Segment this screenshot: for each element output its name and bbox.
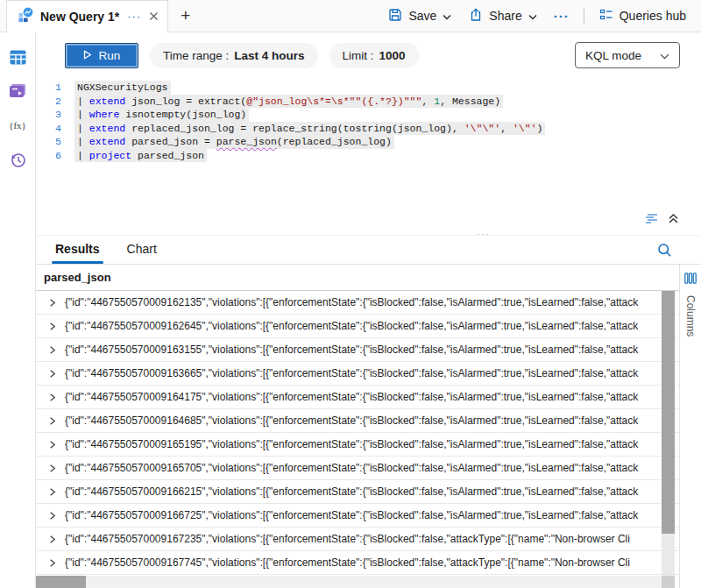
code-text: | extend json_log = extract(@"json_log\s… bbox=[74, 95, 503, 109]
queries-hub-label: Queries hub bbox=[620, 9, 686, 23]
expand-row-chevron-icon[interactable] bbox=[47, 416, 57, 426]
tab-results[interactable]: Results bbox=[53, 237, 102, 264]
expand-row-chevron-icon[interactable] bbox=[47, 393, 57, 402]
line-number: 1 bbox=[36, 81, 74, 95]
horizontal-scrollbar[interactable] bbox=[36, 576, 662, 588]
results-tab-strip: Results Chart bbox=[36, 236, 701, 265]
expand-row-chevron-icon[interactable] bbox=[47, 464, 57, 473]
share-chevron-down-icon bbox=[528, 9, 537, 23]
functions-icon[interactable]: {fx} bbox=[8, 116, 27, 135]
expand-row-chevron-icon[interactable] bbox=[47, 440, 57, 450]
query-mode-select[interactable]: KQL mode bbox=[575, 42, 680, 68]
functions-fx-glyph: {fx} bbox=[9, 120, 26, 131]
run-button[interactable]: Run bbox=[65, 43, 138, 68]
history-icon[interactable] bbox=[8, 150, 27, 169]
table-row[interactable]: {"id":"4467550570009162135","violations"… bbox=[36, 291, 679, 315]
table-row[interactable]: {"id":"4467550570009163155","violations"… bbox=[36, 338, 679, 362]
save-button[interactable]: Save bbox=[380, 4, 459, 29]
table-row[interactable]: {"id":"4467550570009165705","violations"… bbox=[36, 457, 679, 480]
vertical-scrollbar[interactable] bbox=[662, 291, 675, 576]
line-number: 5 bbox=[36, 135, 74, 149]
table-row[interactable]: {"id":"4467550570009166725","violations"… bbox=[36, 504, 679, 528]
table-row[interactable]: {"id":"4467550570009163665","violations"… bbox=[36, 362, 679, 386]
vertical-scrollbar-thumb[interactable] bbox=[662, 291, 675, 534]
tab-close-icon[interactable] bbox=[149, 11, 159, 21]
tab-more-icon[interactable]: ··· bbox=[125, 10, 143, 23]
line-number: 4 bbox=[36, 122, 74, 136]
share-icon bbox=[469, 8, 483, 25]
line-number: 6 bbox=[36, 149, 74, 163]
queries-hub-icon bbox=[599, 8, 613, 25]
scrollbar-corner bbox=[662, 576, 675, 588]
format-query-icon[interactable] bbox=[645, 213, 660, 224]
row-json-value: {"id":"4467550570009164685","violations"… bbox=[65, 414, 679, 427]
table-row[interactable]: {"id":"4467550570009167745","violations"… bbox=[36, 551, 679, 575]
expand-row-chevron-icon[interactable] bbox=[47, 369, 57, 379]
code-line[interactable]: 3| where isnotempty(json_log) bbox=[36, 108, 701, 122]
collapse-pane-icon[interactable] bbox=[668, 213, 679, 224]
kusto-logo-icon bbox=[18, 7, 34, 26]
row-json-value: {"id":"4467550570009164175","violations"… bbox=[65, 391, 679, 403]
expand-row-chevron-icon[interactable] bbox=[47, 535, 57, 544]
columns-panel-label: Columns bbox=[684, 295, 697, 337]
code-line[interactable]: 4| extend replaced_json_log = replace_st… bbox=[36, 122, 701, 136]
query-editor[interactable]: 1NGXSecurityLogs2| extend json_log = ext… bbox=[36, 74, 701, 162]
row-json-value: {"id":"4467550570009167745","violations"… bbox=[65, 556, 679, 569]
mode-chevron-down-icon bbox=[660, 49, 669, 62]
row-json-value: {"id":"4467550570009162645","violations"… bbox=[65, 320, 679, 332]
row-json-value: {"id":"4467550570009167235","violations"… bbox=[65, 533, 679, 545]
code-line[interactable]: 1NGXSecurityLogs bbox=[36, 81, 701, 95]
expand-row-chevron-icon[interactable] bbox=[47, 322, 57, 331]
more-commands-button[interactable]: ··· bbox=[547, 9, 577, 24]
expand-row-chevron-icon[interactable] bbox=[47, 345, 57, 355]
tab-new-query[interactable]: New Query 1* ··· bbox=[6, 0, 168, 32]
tab-chart[interactable]: Chart bbox=[125, 237, 159, 264]
horizontal-scrollbar-thumb[interactable] bbox=[36, 576, 86, 588]
code-text: | where isnotempty(json_log) bbox=[74, 108, 249, 122]
row-json-value: {"id":"4467550570009166215","violations"… bbox=[65, 485, 679, 498]
play-icon bbox=[83, 49, 92, 62]
table-row[interactable]: {"id":"4467550570009166215","violations"… bbox=[36, 480, 679, 504]
save-label: Save bbox=[408, 9, 436, 23]
tab-bar: New Query 1* ··· + Save Share bbox=[0, 0, 701, 32]
table-row[interactable]: {"id":"4467550570009164685","violations"… bbox=[36, 409, 679, 433]
run-label: Run bbox=[99, 49, 121, 62]
search-icon[interactable] bbox=[657, 243, 672, 258]
share-button[interactable]: Share bbox=[461, 4, 544, 29]
code-lines: 1NGXSecurityLogs2| extend json_log = ext… bbox=[36, 81, 701, 162]
limit-picker[interactable]: Limit : 1000 bbox=[329, 43, 419, 68]
grid-rows: {"id":"4467550570009162135","violations"… bbox=[36, 291, 679, 575]
code-line[interactable]: 5| extend parsed_json = parse_json(repla… bbox=[36, 135, 701, 149]
time-range-picker[interactable]: Time range : Last 4 hours bbox=[150, 43, 318, 68]
line-number: 2 bbox=[36, 95, 74, 109]
table-row[interactable]: {"id":"4467550570009167235","violations"… bbox=[36, 528, 679, 551]
save-icon bbox=[388, 8, 402, 25]
command-bar-divider bbox=[584, 7, 584, 25]
new-tab-button[interactable]: + bbox=[168, 0, 202, 32]
results-grid: parsed_json {"id":"4467550570009162135",… bbox=[36, 265, 679, 588]
code-text: NGXSecurityLogs bbox=[74, 81, 171, 95]
views-icon[interactable] bbox=[8, 81, 27, 101]
code-line[interactable]: 6| project parsed_json bbox=[36, 149, 701, 163]
tables-icon[interactable] bbox=[8, 47, 27, 67]
time-range-label: Time range : bbox=[163, 49, 229, 62]
row-json-value: {"id":"4467550570009163665","violations"… bbox=[65, 367, 679, 379]
columns-side-panel[interactable]: Columns bbox=[679, 265, 701, 588]
expand-row-chevron-icon[interactable] bbox=[47, 511, 57, 521]
table-row[interactable]: {"id":"4467550570009165195","violations"… bbox=[36, 433, 679, 457]
command-bar: Save Share ··· Queries hub bbox=[380, 0, 701, 32]
expand-row-chevron-icon[interactable] bbox=[47, 487, 57, 497]
column-header-parsed-json[interactable]: parsed_json bbox=[36, 265, 679, 291]
share-label: Share bbox=[489, 9, 521, 23]
table-row[interactable]: {"id":"4467550570009162645","violations"… bbox=[36, 315, 679, 338]
code-text: | project parsed_json bbox=[74, 149, 207, 163]
code-text: | extend replaced_json_log = replace_str… bbox=[74, 122, 545, 136]
row-json-value: {"id":"4467550570009163155","violations"… bbox=[65, 344, 679, 356]
row-json-value: {"id":"4467550570009162135","violations"… bbox=[65, 296, 679, 308]
query-pane: Run Time range : Last 4 hours Limit : 10… bbox=[36, 32, 701, 235]
expand-row-chevron-icon[interactable] bbox=[47, 298, 57, 308]
queries-hub-button[interactable]: Queries hub bbox=[591, 4, 694, 29]
expand-row-chevron-icon[interactable] bbox=[47, 558, 57, 568]
table-row[interactable]: {"id":"4467550570009164175","violations"… bbox=[36, 386, 679, 409]
code-line[interactable]: 2| extend json_log = extract(@"json_log\… bbox=[36, 95, 701, 109]
